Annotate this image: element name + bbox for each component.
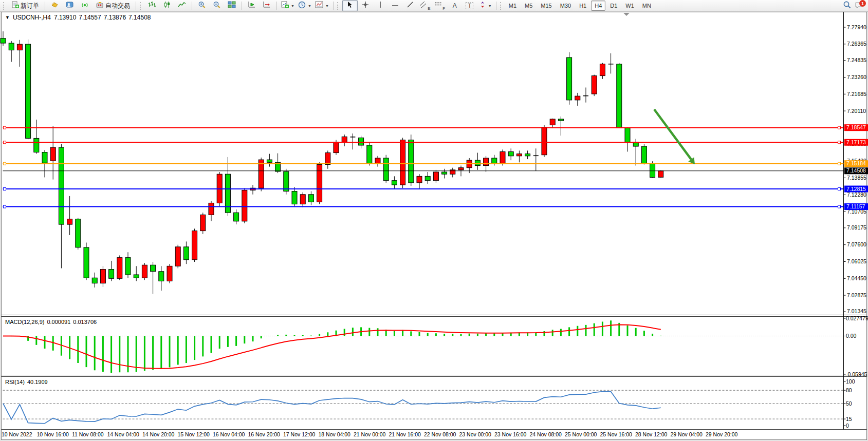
fibonacci-tool-button[interactable]: F (433, 1, 447, 11)
candle-up (175, 247, 180, 266)
toolbar-separator (276, 2, 277, 10)
horizontal-line-tool-button[interactable] (388, 1, 402, 11)
channel-tag: E (428, 6, 430, 11)
candle-down (492, 158, 497, 163)
timeframe-button-W1[interactable]: W1 (622, 1, 638, 11)
toolbar-grip[interactable] (3, 2, 6, 10)
line-handle[interactable] (4, 141, 6, 144)
toolbar-grip[interactable] (337, 2, 340, 10)
zoom-out-button[interactable] (210, 1, 224, 11)
candle-up (334, 142, 339, 153)
time-scale[interactable] (2, 430, 867, 439)
toolbar-separator (242, 2, 242, 10)
signals-icon (81, 1, 89, 10)
cursor-tool-button[interactable] (342, 0, 358, 11)
price-scale[interactable] (844, 12, 867, 429)
zoom-in-button[interactable] (195, 1, 209, 11)
line-handle[interactable] (838, 141, 841, 144)
chevron-down-icon: ▼ (488, 4, 492, 8)
new-order-button[interactable]: 新订单 (8, 1, 42, 11)
candle-up (17, 44, 22, 50)
market-watch-button[interactable] (48, 1, 62, 11)
timeframe-button-H1[interactable]: H1 (576, 1, 590, 11)
line-handle[interactable] (4, 162, 6, 165)
candle-up (342, 137, 347, 142)
candle-down (26, 44, 31, 138)
timeframe-button-MN[interactable]: MN (639, 1, 655, 11)
search-icon[interactable] (843, 1, 852, 11)
line-chart-button[interactable] (175, 1, 189, 11)
periods-button[interactable]: ▼ (297, 1, 313, 11)
trendline-tool-button[interactable] (403, 1, 417, 11)
text-label-tool-button[interactable]: T (463, 1, 477, 11)
fibonacci-icon (434, 1, 442, 10)
candle-down (59, 147, 64, 224)
gold-icon (51, 1, 59, 10)
auto-trading-button[interactable]: 自动交易 (93, 1, 133, 11)
timeframe-button-H4[interactable]: H4 (591, 1, 605, 11)
timeframe-button-D1[interactable]: D1 (606, 1, 621, 11)
arrows-tool-button[interactable]: ▼ (477, 1, 493, 11)
ohlc-low: 7.13876 (104, 14, 126, 21)
chart-canvas: 7.279407.263657.248357.232607.216857.201… (0, 0, 868, 441)
candlestick-chart-button[interactable] (160, 1, 174, 11)
fibo-tag: F (442, 6, 445, 11)
line-handle[interactable] (4, 205, 6, 208)
candle-down (567, 57, 572, 100)
line-handle[interactable] (838, 205, 841, 208)
rsi-name: RSI(14) (5, 379, 25, 385)
candle-down (508, 151, 513, 156)
candles-icon (163, 1, 171, 10)
candle-up (300, 195, 305, 204)
candle-down (109, 270, 114, 279)
macd-signal-value: 0.013706 (73, 319, 97, 325)
text-tool-button[interactable]: A (448, 1, 462, 11)
candle-down (234, 213, 239, 221)
crosshair-icon (362, 1, 369, 10)
auto-trading-icon (96, 2, 104, 10)
candle-up (400, 140, 405, 185)
zoom-in-icon (198, 1, 206, 11)
line-handle[interactable] (838, 188, 841, 190)
profile-icon (66, 1, 74, 10)
candle-down (1, 39, 6, 43)
crosshair-tool-button[interactable] (358, 1, 373, 11)
candle-down (284, 171, 289, 191)
tile-windows-button[interactable] (225, 1, 239, 11)
line-handle[interactable] (4, 126, 6, 129)
timeframe-button-M1[interactable]: M1 (505, 1, 520, 11)
line-handle[interactable] (838, 162, 841, 165)
templates-button[interactable]: ▼ (313, 1, 330, 11)
chart-title: ▼ USDCNH-,H4 7.13910 7.14557 7.13876 7.1… (5, 14, 151, 21)
vertical-line-tool-button[interactable] (373, 1, 387, 11)
bar-chart-button[interactable] (145, 1, 159, 11)
candle-down (308, 195, 313, 202)
one-click-trading-expand-icon[interactable]: ▼ (5, 15, 10, 20)
toolbar-grip[interactable] (140, 2, 142, 10)
candle-down (76, 219, 81, 247)
timeframe-toolbar: M1M5M15M30H1H4D1W1MN (505, 1, 655, 11)
candle-down (183, 247, 189, 260)
candle-down (159, 272, 164, 281)
line-handle[interactable] (4, 188, 6, 190)
chart-shift-button[interactable] (260, 1, 274, 11)
ohlc-open: 7.13910 (54, 14, 76, 21)
auto-trading-label: 自动交易 (105, 2, 130, 10)
signals-button[interactable] (78, 1, 92, 11)
timeframe-button-M30[interactable]: M30 (557, 1, 575, 11)
chevron-down-icon: ▼ (291, 4, 294, 8)
auto-scroll-button[interactable] (245, 1, 259, 11)
candle-down (292, 191, 297, 204)
channel-tool-button[interactable]: E (418, 1, 432, 11)
text-tool-icon: A (453, 2, 457, 9)
candle-down (650, 163, 655, 177)
toolbar-grip[interactable] (500, 2, 503, 10)
notifications-button[interactable]: 1 (855, 1, 865, 10)
community-button[interactable] (63, 1, 77, 11)
timeframe-button-M5[interactable]: M5 (521, 1, 536, 11)
new-order-label: 新订单 (21, 2, 39, 10)
timeframe-button-M15[interactable]: M15 (537, 1, 555, 11)
line-handle[interactable] (838, 126, 841, 129)
new-order-icon (11, 1, 19, 10)
new-chart-button[interactable]: ▼ (280, 1, 296, 11)
